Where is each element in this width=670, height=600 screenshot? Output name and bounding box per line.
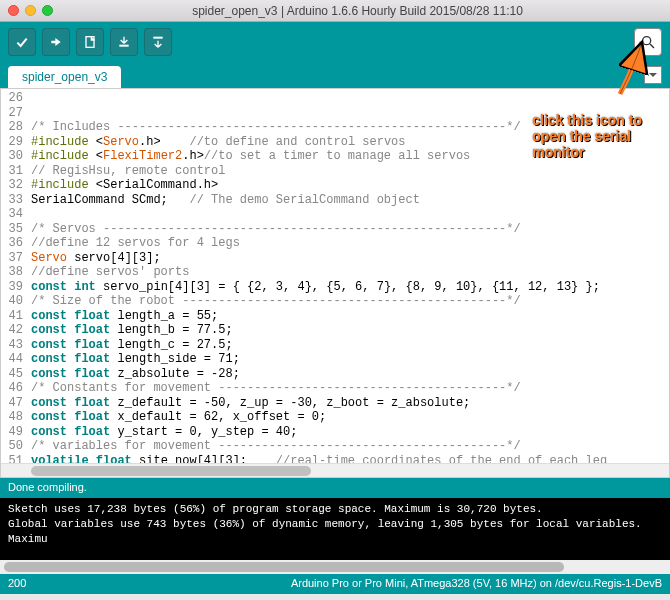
code-content[interactable]: const float length_side = 71; — [31, 352, 669, 367]
code-content[interactable]: const float x_default = 62, x_offset = 0… — [31, 410, 669, 425]
line-number: 33 — [1, 193, 31, 208]
console-output: Sketch uses 17,238 bytes (56%) of progra… — [0, 498, 670, 560]
code-line[interactable]: 48const float x_default = 62, x_offset =… — [1, 410, 669, 425]
open-button[interactable] — [110, 28, 138, 56]
code-line[interactable]: 36//define 12 servos for 4 legs — [1, 236, 669, 251]
code-content[interactable]: const float length_b = 77.5; — [31, 323, 669, 338]
code-line[interactable]: 35/* Servos ----------------------------… — [1, 222, 669, 237]
code-editor[interactable]: 262728/* Includes ----------------------… — [0, 88, 670, 478]
code-content[interactable]: /* variables for movement --------------… — [31, 439, 669, 454]
line-number: 34 — [1, 207, 31, 222]
code-line[interactable]: 45const float z_absolute = -28; — [1, 367, 669, 382]
line-number: 45 — [1, 367, 31, 382]
code-content[interactable]: /* Servos ------------------------------… — [31, 222, 669, 237]
code-content[interactable]: #include <SerialCommand.h> — [31, 178, 669, 193]
code-content[interactable]: //define 12 servos for 4 legs — [31, 236, 669, 251]
status-bar: Done compiling. — [0, 478, 670, 498]
code-content[interactable]: #include <FlexiTimer2.h>//to set a timer… — [31, 149, 669, 164]
line-number: 41 — [1, 309, 31, 324]
tab-menu-button[interactable] — [644, 66, 662, 84]
code-line[interactable]: 32#include <SerialCommand.h> — [1, 178, 669, 193]
code-line[interactable]: 27 — [1, 106, 669, 121]
code-line[interactable]: 28/* Includes --------------------------… — [1, 120, 669, 135]
save-button[interactable] — [144, 28, 172, 56]
line-number: 43 — [1, 338, 31, 353]
svg-rect-2 — [153, 37, 162, 39]
svg-line-4 — [650, 44, 654, 48]
minimize-window-icon[interactable] — [25, 5, 36, 16]
code-content[interactable] — [31, 91, 669, 106]
console-line: Global variables use 743 bytes (36%) of … — [8, 517, 662, 547]
line-number: 30 — [1, 149, 31, 164]
svg-rect-1 — [119, 45, 128, 47]
close-window-icon[interactable] — [8, 5, 19, 16]
code-content[interactable]: const int servo_pin[4][3] = { {2, 3, 4},… — [31, 280, 669, 295]
code-line[interactable]: 46/* Constants for movement ------------… — [1, 381, 669, 396]
tabbar: spider_open_v3 — [0, 62, 670, 88]
toolbar — [0, 22, 670, 62]
code-line[interactable]: 47const float z_default = -50, z_up = -3… — [1, 396, 669, 411]
line-number-indicator: 200 — [8, 577, 26, 591]
code-content[interactable]: const float y_start = 0, y_step = 40; — [31, 425, 669, 440]
code-content[interactable]: Servo servo[4][3]; — [31, 251, 669, 266]
code-line[interactable]: 40/* Size of the robot -----------------… — [1, 294, 669, 309]
line-number: 44 — [1, 352, 31, 367]
serial-monitor-button[interactable] — [634, 28, 662, 56]
line-number: 37 — [1, 251, 31, 266]
board-port-indicator: Arduino Pro or Pro Mini, ATmega328 (5V, … — [291, 577, 662, 591]
verify-button[interactable] — [8, 28, 36, 56]
code-content[interactable] — [31, 207, 669, 222]
line-number: 31 — [1, 164, 31, 179]
line-number: 49 — [1, 425, 31, 440]
code-content[interactable]: // RegisHsu, remote control — [31, 164, 669, 179]
code-line[interactable]: 37Servo servo[4][3]; — [1, 251, 669, 266]
code-line[interactable]: 30#include <FlexiTimer2.h>//to set a tim… — [1, 149, 669, 164]
code-content[interactable]: /* Constants for movement --------------… — [31, 381, 669, 396]
line-number: 29 — [1, 135, 31, 150]
upload-button[interactable] — [42, 28, 70, 56]
code-content[interactable]: const float length_c = 27.5; — [31, 338, 669, 353]
line-number: 40 — [1, 294, 31, 309]
line-number: 47 — [1, 396, 31, 411]
line-number: 32 — [1, 178, 31, 193]
code-line[interactable]: 43const float length_c = 27.5; — [1, 338, 669, 353]
code-content[interactable]: SerialCommand SCmd; // The demo SerialCo… — [31, 193, 669, 208]
line-number: 35 — [1, 222, 31, 237]
editor-horizontal-scrollbar[interactable] — [1, 463, 669, 477]
code-content[interactable]: /* Includes ----------------------------… — [31, 120, 669, 135]
line-number: 26 — [1, 91, 31, 106]
footer-bar: 200 Arduino Pro or Pro Mini, ATmega328 (… — [0, 574, 670, 594]
line-number: 27 — [1, 106, 31, 121]
code-line[interactable]: 39const int servo_pin[4][3] = { {2, 3, 4… — [1, 280, 669, 295]
code-content[interactable]: //define servos' ports — [31, 265, 669, 280]
code-content[interactable]: const float length_a = 55; — [31, 309, 669, 324]
code-line[interactable]: 33SerialCommand SCmd; // The demo Serial… — [1, 193, 669, 208]
code-content[interactable]: const float z_absolute = -28; — [31, 367, 669, 382]
maximize-window-icon[interactable] — [42, 5, 53, 16]
code-line[interactable]: 29#include <Servo.h> //to define and con… — [1, 135, 669, 150]
code-line[interactable]: 38//define servos' ports — [1, 265, 669, 280]
code-line[interactable]: 34 — [1, 207, 669, 222]
code-content[interactable]: const float z_default = -50, z_up = -30,… — [31, 396, 669, 411]
new-button[interactable] — [76, 28, 104, 56]
code-line[interactable]: 26 — [1, 91, 669, 106]
titlebar: spider_open_v3 | Arduino 1.6.6 Hourly Bu… — [0, 0, 670, 22]
sketch-tab[interactable]: spider_open_v3 — [8, 66, 121, 88]
code-line[interactable]: 41const float length_a = 55; — [1, 309, 669, 324]
line-number: 46 — [1, 381, 31, 396]
code-content[interactable]: /* Size of the robot -------------------… — [31, 294, 669, 309]
code-line[interactable]: 50/* variables for movement ------------… — [1, 439, 669, 454]
code-line[interactable]: 31// RegisHsu, remote control — [1, 164, 669, 179]
code-content[interactable] — [31, 106, 669, 121]
code-line[interactable]: 44const float length_side = 71; — [1, 352, 669, 367]
line-number: 39 — [1, 280, 31, 295]
code-content[interactable]: #include <Servo.h> //to define and contr… — [31, 135, 669, 150]
code-line[interactable]: 42const float length_b = 77.5; — [1, 323, 669, 338]
window-controls — [8, 5, 53, 16]
line-number: 42 — [1, 323, 31, 338]
line-number: 48 — [1, 410, 31, 425]
console-horizontal-scrollbar[interactable] — [0, 560, 670, 574]
line-number: 28 — [1, 120, 31, 135]
code-line[interactable]: 49const float y_start = 0, y_step = 40; — [1, 425, 669, 440]
line-number: 50 — [1, 439, 31, 454]
